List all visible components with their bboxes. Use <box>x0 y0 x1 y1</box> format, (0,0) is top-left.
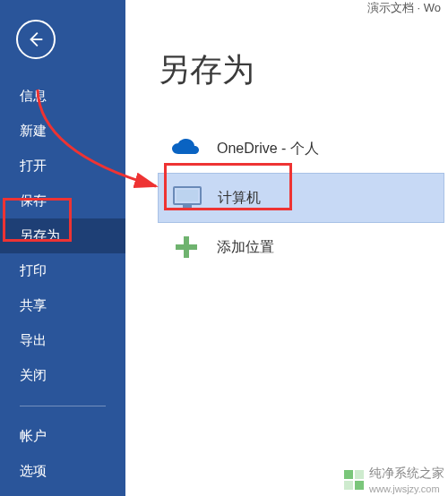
sidebar-item-account[interactable]: 帐户 <box>0 419 125 454</box>
back-button[interactable] <box>16 20 56 59</box>
svg-rect-2 <box>177 190 198 201</box>
svg-rect-4 <box>179 208 195 210</box>
page-title: 另存为 <box>158 48 448 92</box>
sidebar-item-new[interactable]: 新建 <box>0 114 125 149</box>
location-add-place[interactable]: 添加位置 <box>158 223 444 271</box>
onedrive-icon <box>170 135 202 162</box>
location-label: 计算机 <box>218 189 261 208</box>
watermark-logo-icon <box>344 470 364 490</box>
svg-rect-6 <box>176 244 197 250</box>
sidebar-item-open[interactable]: 打开 <box>0 149 125 184</box>
sidebar-item-save[interactable]: 保存 <box>0 184 125 218</box>
watermark-name: 纯净系统之家 <box>369 466 444 482</box>
sidebar-item-info[interactable]: 信息 <box>0 79 125 114</box>
location-computer[interactable]: 计算机 <box>158 173 444 223</box>
doc-name: 演示文档 · Wo <box>367 1 441 14</box>
watermark-url: www.jwsjzy.com <box>369 483 444 494</box>
sidebar-item-export[interactable]: 导出 <box>0 323 125 358</box>
backstage-sidebar: 信息 新建 打开 保存 另存为 打印 共享 导出 关闭 帐户 选项 <box>0 0 125 496</box>
sidebar-item-print[interactable]: 打印 <box>0 253 125 288</box>
sidebar-item-options[interactable]: 选项 <box>0 454 125 489</box>
location-label: OneDrive - 个人 <box>217 140 319 158</box>
computer-icon <box>171 184 203 211</box>
svg-rect-3 <box>183 205 192 208</box>
watermark: 纯净系统之家 www.jwsjzy.com <box>344 466 444 494</box>
plus-icon <box>170 234 202 261</box>
arrow-left-icon <box>26 30 46 49</box>
main-panel: 另存为 OneDrive - 个人 计算机 添加位置 <box>125 16 448 496</box>
sidebar-item-close[interactable]: 关闭 <box>0 358 125 393</box>
location-label: 添加位置 <box>217 238 274 257</box>
sidebar-item-share[interactable]: 共享 <box>0 288 125 323</box>
location-onedrive[interactable]: OneDrive - 个人 <box>158 124 444 173</box>
sidebar-separator <box>20 406 106 406</box>
sidebar-item-save-as[interactable]: 另存为 <box>0 218 125 253</box>
